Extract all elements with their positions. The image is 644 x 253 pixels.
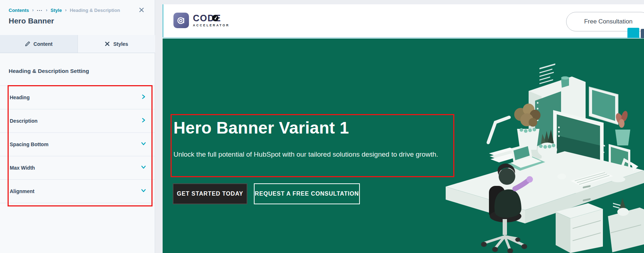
breadcrumb: Contents › ··· › Style › Heading & Descr… (9, 6, 120, 14)
site-header: CODE ACCELERATOR Free Consultation (163, 4, 644, 37)
sidebar-tabs: Content Styles (0, 35, 155, 53)
chevron-right-icon (141, 94, 146, 101)
breadcrumb-current: Heading & Description (70, 8, 120, 13)
setting-label: Heading (10, 95, 30, 100)
style-settings-sidebar: Contents › ··· › Style › Heading & Descr… (0, 0, 155, 253)
setting-label: Spacing Bottom (10, 141, 48, 147)
get-started-button[interactable]: GET STARTED TODAY (173, 183, 247, 204)
hero-illustration (420, 60, 644, 253)
hero-description: Unlock the full potential of HubSpot wit… (173, 149, 442, 159)
page-preview: CODE ACCELERATOR Free Consultation Hero … (163, 4, 644, 253)
close-icon[interactable] (137, 6, 145, 14)
app-root: Contents › ··· › Style › Heading & Descr… (0, 0, 644, 253)
tab-content-label: Content (34, 41, 53, 47)
logo-mark-icon (173, 13, 189, 28)
breadcrumb-separator-icon: › (65, 8, 66, 13)
module-options-button[interactable] (641, 29, 644, 38)
setting-label: Description (10, 118, 38, 124)
site-logo[interactable]: CODE ACCELERATOR (173, 13, 230, 28)
setting-row-max-width[interactable]: Max Width (0, 156, 155, 180)
logo-tagline: ACCELERATOR (193, 23, 230, 27)
section-title: Heading & Description Setting (9, 68, 89, 74)
chevron-right-icon (141, 117, 146, 125)
setting-row-alignment[interactable]: Alignment (0, 180, 155, 203)
tab-styles[interactable]: Styles (78, 35, 155, 53)
breadcrumb-style[interactable]: Style (50, 8, 62, 13)
logo-text: CODE ACCELERATOR (193, 13, 230, 28)
setting-label: Max Width (10, 165, 35, 171)
hero-banner-section: Hero Banner Variant 1 Unlock the full po… (163, 39, 644, 253)
chevron-down-icon (141, 164, 146, 171)
hero-heading: Hero Banner Variant 1 (173, 118, 349, 138)
breadcrumb-contents[interactable]: Contents (9, 8, 29, 13)
breadcrumb-separator-icon: › (32, 8, 34, 13)
request-consultation-button[interactable]: REQUEST A FREE CONSULTATION (254, 183, 360, 204)
page-title: Hero Banner (9, 17, 54, 25)
settings-list: Heading Description Spacing Bottom Max W… (0, 86, 155, 203)
logo-name: CODE (193, 14, 230, 22)
setting-label: Alignment (10, 188, 34, 194)
setting-row-spacing-bottom[interactable]: Spacing Bottom (0, 133, 155, 156)
tab-content[interactable]: Content (0, 35, 78, 53)
module-edit-button[interactable] (627, 28, 639, 38)
breadcrumb-separator-icon: › (46, 8, 47, 13)
setting-row-description[interactable]: Description (0, 109, 155, 133)
hero-buttons: GET STARTED TODAY REQUEST A FREE CONSULT… (173, 183, 360, 204)
tab-styles-label: Styles (113, 41, 128, 47)
brushes-icon (105, 41, 110, 47)
setting-row-heading[interactable]: Heading (0, 86, 155, 109)
pencil-icon (25, 41, 30, 47)
chevron-down-icon (141, 141, 146, 148)
gauge-icon (212, 15, 219, 21)
breadcrumb-ellipsis[interactable]: ··· (37, 8, 43, 13)
chevron-down-icon (141, 188, 146, 195)
